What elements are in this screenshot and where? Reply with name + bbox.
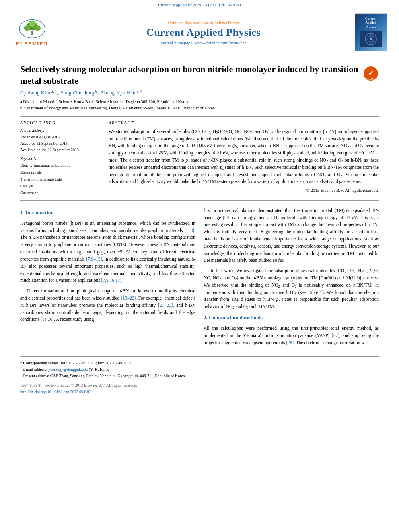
footnote-email: E-mail address: ykenergy@dongguk.edu (Y.… — [20, 366, 379, 373]
journal-homepage: journal homepage: www.elsevier.com/locat… — [56, 40, 351, 45]
abstract-text: We studied adsorption of several molecul… — [109, 128, 379, 186]
article-info: ARTICLE INFO Article history: Received 8… — [20, 121, 101, 196]
cover-graphic-icon — [360, 31, 382, 47]
body-para-2: Defect formation and morphological chang… — [20, 288, 195, 323]
ref-1-8: [1–8] — [184, 228, 194, 233]
body-columns: 1. Introduction Hexagonal boron nitride … — [20, 207, 379, 350]
paper-title-section: Selectively strong molecular adsorption … — [20, 64, 379, 86]
citation-text: Current Applied Physics 13 (2013) 2059–2… — [158, 2, 241, 7]
paper-title: Selectively strong molecular adsorption … — [20, 64, 359, 86]
authors: Gyubong Kim a, 1, Sung Chul Jung b, Youn… — [20, 90, 379, 96]
info-abstract-section: ARTICLE INFO Article history: Received 8… — [20, 121, 379, 196]
accepted-date: Accepted 12 September 2013 — [20, 140, 101, 147]
journal-cover: CurrentAppliedPhysics — [351, 13, 391, 51]
crossmark: ✓ CrossMark — [363, 66, 379, 82]
svg-point-3 — [24, 25, 31, 31]
footnotes: * Corresponding author. Tel.: +82 2 2260… — [20, 356, 379, 395]
email-link[interactable]: ykenergy@dongguk.edu — [48, 367, 88, 372]
ref-7-9-16-17: [7,9,16,17] — [101, 278, 122, 283]
article-info-title: ARTICLE INFO — [20, 121, 101, 125]
keyword-2: Boron nitride — [20, 169, 101, 176]
body-para-3: first-principles calculations demonstrat… — [204, 207, 379, 265]
email-label: E-mail address: — [22, 367, 47, 372]
ref-20: [20] — [223, 215, 230, 220]
ref-21-25: [21–25] — [158, 303, 173, 308]
history-label: Article history: — [20, 128, 101, 133]
doi-line: http://dx.doi.org/10.1016/j.cap.2013.09.… — [20, 389, 379, 395]
issn-line: 1567-1739/$ – see front matter © 2013 El… — [20, 382, 379, 389]
elsevier-name: ELSEVIER — [16, 41, 49, 47]
ref-18-20: [18–20] — [121, 296, 136, 300]
keyword-5: Gas sensor — [20, 189, 101, 196]
paper-body: 1. Introduction Hexagonal boron nitride … — [20, 207, 379, 350]
section2-title: 2. Computational methods — [204, 314, 379, 322]
svg-rect-1 — [31, 31, 33, 35]
author-2: Sung Chul Jung — [61, 90, 94, 96]
body-column-left: 1. Introduction Hexagonal boron nitride … — [20, 207, 195, 350]
ref-7-9-15: [7,9–15] — [86, 257, 102, 261]
svg-point-4 — [34, 25, 41, 31]
body-para-1: Hexagonal boron nitride (h-BN) is an int… — [20, 220, 195, 284]
ref-28: [28] — [286, 340, 294, 345]
publisher-logo: ELSEVIER — [8, 18, 56, 47]
journal-title: Current Applied Physics — [56, 27, 351, 39]
svg-text:✓: ✓ — [368, 69, 374, 77]
author-3: Young-Kyu Han — [101, 90, 136, 96]
journal-citation: Current Applied Physics 13 (2013) 2059–2… — [0, 0, 399, 9]
paper-content: Selectively strong molecular adsorption … — [0, 55, 399, 403]
received-date: Received 8 August 2013 — [20, 134, 101, 140]
keywords-list: Density functional calculations Boron ni… — [20, 162, 101, 196]
journal-cover-image: CurrentAppliedPhysics — [355, 13, 387, 51]
body-column-right: first-principles calculations demonstrat… — [204, 207, 379, 350]
body-para-4: In this work, we investigated the adsorp… — [204, 267, 379, 310]
article-dates: Received 8 August 2013 Accepted 12 Septe… — [20, 134, 101, 153]
journal-title-center: Contents lists available at ScienceDirec… — [56, 20, 351, 45]
ref-27: [27] — [332, 333, 339, 338]
body-para-5: All the calculations were performed usin… — [204, 325, 379, 346]
available-date: Available online 22 September 2013 — [20, 147, 101, 153]
footnote-present-address: 1 Present address: CAE Team, Samsung Dis… — [20, 373, 379, 379]
affiliation-b: b Department of Energy and Materials Eng… — [20, 105, 379, 111]
svg-text:CrossMark: CrossMark — [366, 78, 376, 80]
sciencedirect-link: Contents lists available at ScienceDirec… — [56, 20, 351, 25]
section1-title: 1. Introduction — [20, 209, 195, 217]
keywords-label: Keywords: — [20, 156, 101, 161]
svg-point-5 — [29, 20, 36, 27]
keyword-4: Catalyst — [20, 183, 101, 189]
footnote-corresponding: * Corresponding author. Tel.: +82 2 2260… — [20, 360, 379, 366]
copyright: © 2013 Elsevier B.V. All rights reserved… — [109, 188, 379, 193]
keyword-3: Transition metal substrate — [20, 176, 101, 183]
keyword-1: Density functional calculations — [20, 162, 101, 169]
elsevier-logo: ELSEVIER — [16, 18, 49, 47]
journal-header: ELSEVIER Contents lists available at Sci… — [0, 9, 399, 55]
divider — [20, 116, 379, 117]
elsevier-tree-icon — [16, 18, 48, 40]
affiliation-a: a Division of Material Science, Korea Ba… — [20, 99, 379, 105]
affiliations: a Division of Material Science, Korea Ba… — [20, 99, 379, 111]
abstract-title: ABSTRACT — [109, 121, 379, 125]
ref-11-26: [11,26] — [41, 317, 54, 322]
crossmark-icon: ✓ CrossMark — [363, 66, 378, 81]
abstract-section: ABSTRACT We studied adsorption of severa… — [109, 121, 379, 196]
author-1: Gyubong Kim — [20, 90, 50, 96]
body-divider — [20, 200, 379, 201]
